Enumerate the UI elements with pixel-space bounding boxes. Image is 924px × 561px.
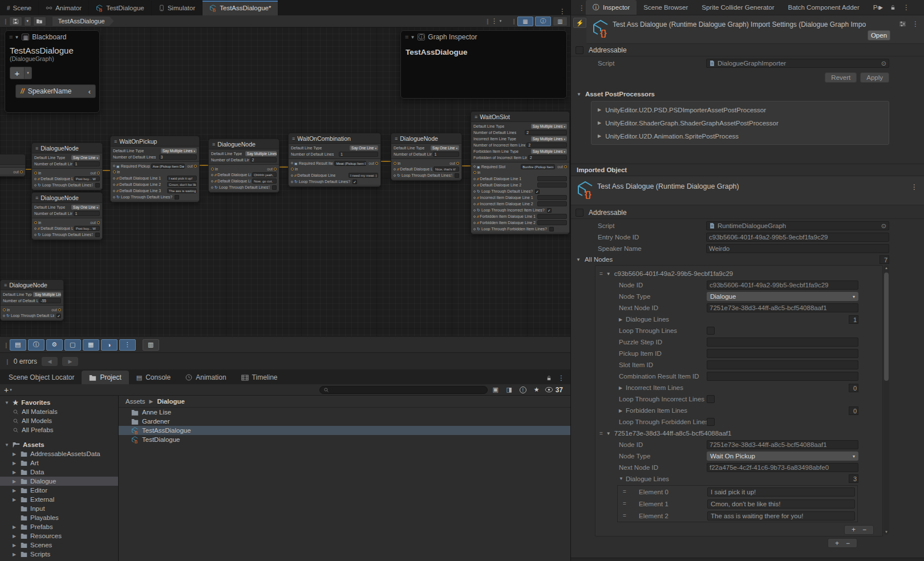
- notes-button[interactable]: ▤: [10, 339, 26, 351]
- inspector-kebab-icon[interactable]: ⋮: [903, 3, 910, 11]
- blackboard-panel[interactable]: = ▼ ▦ Blackboard TestAssDialogue (Dialog…: [5, 30, 100, 113]
- property-checkbox[interactable]: [707, 418, 715, 426]
- node-title-bar[interactable]: ≡ DialogueNode: [32, 193, 102, 203]
- blackboard-collapse-icon[interactable]: ▼: [14, 35, 19, 40]
- node-row[interactable]: // ↻ ▣ Default Dialogue Line 2 Now, go c…: [209, 178, 279, 184]
- input-port[interactable]: [3, 308, 6, 311]
- tree-folder[interactable]: ▶ External: [0, 495, 118, 504]
- save-button[interactable]: [9, 17, 22, 26]
- node-dropdown[interactable]: Say Multiple Lines▾: [531, 136, 567, 141]
- node2-foldout[interactable]: = ▼ 7251e73e-38d3-44ff-a8c5-bcf54088aaf1: [595, 428, 882, 439]
- input-port[interactable]: [34, 172, 37, 174]
- project-item[interactable]: {} Anne Lise: [119, 408, 570, 417]
- breadcrumb-root[interactable]: Assets: [125, 398, 145, 405]
- inspector-tab[interactable]: ⓘ Batch Component Adder: [781, 0, 866, 15]
- dialogue-lines-count[interactable]: 3: [849, 474, 858, 483]
- node-row[interactable]: // ↻ ▣ Default Dialogue Line Psst boy...…: [32, 225, 102, 231]
- node-row[interactable]: // ↻ ▣ in ▾ out: [1, 305, 63, 312]
- expand-arrow-icon[interactable]: ▶: [13, 452, 18, 457]
- node-dropdown[interactable]: Say Multiple Lines▾: [161, 148, 197, 153]
- nodes-scrollbar[interactable]: ▲ ▼: [884, 265, 889, 535]
- object-picker-icon[interactable]: ⊙: [881, 222, 886, 230]
- node-dropdown[interactable]: Say One Line▾: [350, 145, 378, 151]
- object-kebab-icon[interactable]: ⋮: [911, 183, 918, 191]
- node-checkbox[interactable]: [352, 180, 357, 184]
- tools-button[interactable]: ⚙: [46, 339, 63, 351]
- project-item[interactable]: {} TestAssDialogue: [119, 426, 570, 435]
- blackboard-header[interactable]: = ▼ ▦ Blackboard: [5, 31, 99, 43]
- node-row[interactable]: // ↻ ▣ in ▾ out: [32, 218, 102, 225]
- speaker-name-field[interactable]: Weirdo: [706, 244, 889, 253]
- tab-overflow-kebab-icon[interactable]: ⋮: [554, 7, 570, 15]
- foldout-arrow-icon[interactable]: ▶: [619, 408, 626, 413]
- node-field[interactable]: Meat (Pickup Item Data): [334, 161, 366, 166]
- expand-arrow-icon[interactable]: ▶: [13, 552, 18, 557]
- graph-inspector-panel[interactable]: = ▼ ⓘ Graph Inspector TestAssDialogue: [400, 30, 567, 99]
- project-tree-pane[interactable]: ▼ ★ Favorites All Materials All Models: [0, 396, 119, 561]
- add-remove-element-buttons[interactable]: +−: [844, 525, 874, 535]
- inspector-tab[interactable]: ⓘ Sprite Collider Generator: [695, 0, 781, 15]
- graph-inspector-grip[interactable]: =: [405, 34, 407, 40]
- node-row[interactable]: // ↻ ▣ Default Dialogue Line 1 Ohhhh yea…: [209, 172, 279, 178]
- project-item[interactable]: {} Gardener: [119, 417, 570, 426]
- element-field[interactable]: The ass is waiting there for you!: [707, 511, 855, 521]
- node-row[interactable]: // ↻ ▣ Incorrect Item Dialogue Line 2 ▾ …: [471, 201, 569, 207]
- presets-icon[interactable]: [899, 21, 906, 27]
- toolbar-kebab-icon[interactable]: ⋮: [491, 17, 498, 25]
- node-row[interactable]: // ↻ ▣ Default Dialogue Line 2 ▾ out: [471, 182, 569, 188]
- node-row[interactable]: // ↻ ▣ Forbidden Item Dialogue Line 2 ▾ …: [471, 219, 569, 226]
- save-search-button[interactable]: ▣: [490, 385, 501, 395]
- array-count-field[interactable]: 0: [849, 406, 858, 415]
- node-field[interactable]: Now, go cut,: [252, 178, 277, 184]
- element-field[interactable]: I said pick it up!: [707, 487, 855, 497]
- graph-node[interactable]: ≡ DialogueNode // ↻ ▣: [0, 279, 64, 321]
- node-connection-wire[interactable]: [380, 161, 392, 162]
- add-remove-node-buttons[interactable]: +−: [828, 538, 857, 548]
- output-port[interactable]: [274, 168, 277, 170]
- output-port[interactable]: [375, 162, 378, 165]
- scroll-up-icon[interactable]: ▲: [884, 266, 889, 270]
- node-checkbox[interactable]: [455, 173, 459, 178]
- node-title-bar[interactable]: ≡ DialogueNode: [209, 139, 279, 149]
- dialogue-lines-foldout[interactable]: ▼ Dialogue Lines 3: [595, 473, 882, 484]
- node-field[interactable]: 3: [159, 155, 197, 160]
- output-port[interactable]: [58, 308, 61, 311]
- panel-toggle-button[interactable]: ⚡: [573, 18, 586, 28]
- graph-node[interactable]: ≡ StartNode // ↻ ▣: [0, 154, 26, 177]
- assets-collapse-icon[interactable]: ▼: [5, 442, 10, 448]
- tree-folder[interactable]: ▶ Input: [0, 504, 118, 513]
- tree-folder[interactable]: ▶ Playables: [0, 513, 118, 522]
- add-asset-button[interactable]: +▾: [4, 385, 12, 395]
- graph-inspector-collapse-icon[interactable]: ▼: [410, 35, 415, 40]
- output-port[interactable]: [194, 165, 197, 168]
- node-dropdown[interactable]: Say One Line▾: [71, 155, 100, 160]
- node-field[interactable]: 1: [339, 152, 378, 157]
- node-title-bar[interactable]: ≡ StartNode: [0, 155, 25, 165]
- node-row[interactable]: // ↻ ▣ Loop Through Default Lines? ▾ out: [289, 178, 380, 185]
- postprocessors-foldout[interactable]: ▼ Asset PostProcessors: [571, 88, 924, 100]
- drag-handle-icon[interactable]: =: [599, 271, 603, 277]
- node-row[interactable]: // ↻ ▣ Incorrect Item Dialogue Line 1 ▾ …: [471, 194, 569, 201]
- expand-arrow-icon[interactable]: ▶: [598, 120, 601, 125]
- node-row[interactable]: // ↻ ▣ in ▾ out: [32, 168, 102, 176]
- node-row[interactable]: // ↻ ▣ Loop Through Incorrect Item Lines…: [471, 207, 569, 213]
- breadcrumb-current[interactable]: Dialogue: [157, 398, 185, 405]
- node-field[interactable]: Psst boy... W: [74, 226, 100, 231]
- all-nodes-count[interactable]: 7: [880, 255, 889, 264]
- bottom-tab[interactable]: ▤ Animation: [178, 371, 233, 384]
- node-row[interactable]: // ↻ ▣ Required Result Item Meat (Pickup…: [289, 158, 380, 166]
- add-variable-button[interactable]: +: [10, 67, 25, 79]
- property-field[interactable]: [707, 349, 858, 358]
- node-row[interactable]: // ↻ ▣ Loop Through Default Lines? ▾ out: [32, 182, 102, 188]
- node-row[interactable]: // ↻ ▣ SpeakerName ▾ out: [0, 167, 25, 174]
- node-field[interactable]: Axe (Pickup Item Data): [151, 164, 185, 169]
- expand-arrow-icon[interactable]: ▶: [13, 525, 18, 530]
- window-button[interactable]: ▢: [64, 339, 81, 351]
- script-field[interactable]: DialogueGraphImporter ⊙: [706, 59, 889, 68]
- node-row[interactable]: // ↻ ▣ Default Line Type Say One Line▾ S…: [32, 204, 102, 210]
- property-checkbox[interactable]: [707, 327, 715, 335]
- output-port[interactable]: [97, 172, 100, 174]
- node-field[interactable]: Bonfire (Pickup Item Da: [521, 164, 555, 169]
- node-field[interactable]: 1: [74, 211, 100, 216]
- node-row[interactable]: // ↻ ▣ Default Dialogue Line 3 The ass i…: [111, 188, 199, 194]
